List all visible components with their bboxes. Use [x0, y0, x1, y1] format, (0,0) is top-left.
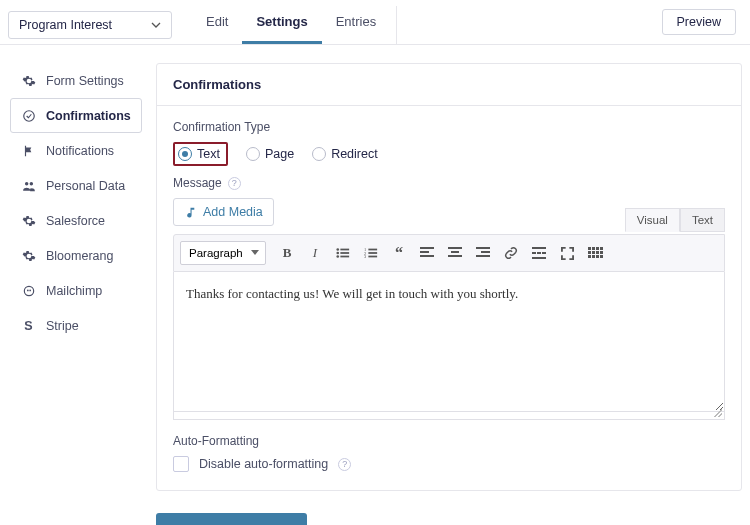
svg-rect-19	[420, 255, 434, 257]
bold-button[interactable]: B	[274, 241, 300, 265]
radio-page-label: Page	[265, 147, 294, 161]
svg-rect-27	[532, 252, 536, 254]
sidebar-item-label: Salesforce	[46, 214, 105, 228]
paragraph-select[interactable]: Paragraph	[180, 241, 266, 265]
sidebar-item-label: Form Settings	[46, 74, 124, 88]
svg-rect-38	[600, 251, 603, 254]
link-button[interactable]	[498, 241, 524, 265]
chevron-down-icon	[151, 20, 161, 30]
svg-rect-22	[448, 255, 462, 257]
svg-point-1	[24, 286, 33, 295]
svg-rect-26	[532, 247, 546, 249]
resize-handle[interactable]	[173, 412, 725, 420]
svg-rect-12	[368, 249, 377, 251]
svg-rect-10	[340, 256, 349, 258]
svg-rect-40	[592, 255, 595, 258]
svg-rect-33	[596, 247, 599, 250]
svg-rect-8	[340, 252, 349, 254]
form-selector[interactable]: Program Interest	[8, 11, 172, 39]
svg-point-7	[336, 252, 339, 255]
blockquote-button[interactable]: “	[386, 241, 412, 265]
mailchimp-icon	[21, 283, 36, 298]
sidebar-item-label: Notifications	[46, 144, 114, 158]
message-editor[interactable]: Thanks for contacting us! We will get in…	[173, 272, 725, 412]
svg-rect-31	[588, 247, 591, 250]
align-right-button[interactable]	[470, 241, 496, 265]
radio-text[interactable]: Text	[178, 147, 220, 161]
svg-rect-35	[588, 251, 591, 254]
svg-rect-32	[592, 247, 595, 250]
gear-icon	[21, 213, 36, 228]
sidebar-item-form-settings[interactable]: Form Settings	[10, 63, 142, 98]
confirmation-type-label: Confirmation Type	[173, 120, 725, 134]
auto-formatting-label: Auto-Formatting	[173, 434, 725, 448]
sidebar-item-salesforce[interactable]: Salesforce	[10, 203, 142, 238]
radio-redirect-label: Redirect	[331, 147, 378, 161]
svg-rect-37	[596, 251, 599, 254]
svg-point-9	[336, 255, 339, 258]
help-icon[interactable]: ?	[228, 177, 241, 190]
check-circle-icon	[21, 108, 36, 123]
tab-edit[interactable]: Edit	[192, 6, 242, 44]
svg-rect-16	[368, 256, 377, 258]
sidebar-item-label: Confirmations	[46, 109, 131, 123]
editor-toolbar: Paragraph B I 123 “	[173, 234, 725, 272]
radio-redirect[interactable]: Redirect	[312, 147, 378, 161]
preview-button[interactable]: Preview	[662, 9, 736, 35]
align-center-button[interactable]	[442, 241, 468, 265]
sidebar-item-notifications[interactable]: Notifications	[10, 133, 142, 168]
message-label: Message	[173, 176, 222, 190]
svg-rect-36	[592, 251, 595, 254]
settings-sidebar: Form Settings Confirmations Notification…	[10, 63, 142, 525]
stripe-icon: S	[21, 318, 36, 333]
svg-rect-14	[368, 252, 377, 254]
svg-rect-41	[596, 255, 599, 258]
music-note-icon	[184, 206, 197, 219]
disable-auto-formatting-checkbox[interactable]	[173, 456, 189, 472]
svg-rect-21	[451, 251, 459, 253]
svg-rect-6	[340, 249, 349, 251]
svg-rect-17	[420, 247, 434, 249]
radio-page[interactable]: Page	[246, 147, 294, 161]
radio-text-highlight: Text	[173, 142, 228, 166]
tab-entries[interactable]: Entries	[322, 6, 390, 44]
disable-auto-formatting-label: Disable auto-formatting	[199, 457, 328, 471]
panel-title: Confirmations	[157, 64, 741, 106]
svg-rect-34	[600, 247, 603, 250]
editor-tab-text[interactable]: Text	[680, 208, 725, 232]
numbered-list-button[interactable]: 123	[358, 241, 384, 265]
help-icon[interactable]: ?	[338, 458, 351, 471]
sidebar-item-personal-data[interactable]: Personal Data	[10, 168, 142, 203]
add-media-button[interactable]: Add Media	[173, 198, 274, 226]
sidebar-item-stripe[interactable]: S Stripe	[10, 308, 142, 343]
svg-rect-29	[542, 252, 546, 254]
flag-icon	[21, 143, 36, 158]
italic-button[interactable]: I	[302, 241, 328, 265]
read-more-button[interactable]	[526, 241, 552, 265]
svg-rect-24	[481, 251, 490, 253]
svg-rect-30	[532, 257, 546, 259]
gear-icon	[21, 248, 36, 263]
align-left-button[interactable]	[414, 241, 440, 265]
add-media-label: Add Media	[203, 205, 263, 219]
bullet-list-button[interactable]	[330, 241, 356, 265]
svg-rect-39	[588, 255, 591, 258]
save-confirmation-button[interactable]: Save Confirmation	[156, 513, 307, 525]
editor-tab-visual[interactable]: Visual	[625, 208, 680, 232]
sidebar-item-label: Mailchimp	[46, 284, 102, 298]
svg-rect-18	[420, 251, 429, 253]
svg-point-5	[336, 248, 339, 251]
sidebar-item-confirmations[interactable]: Confirmations	[10, 98, 142, 133]
svg-rect-28	[537, 252, 541, 254]
sidebar-item-mailchimp[interactable]: Mailchimp	[10, 273, 142, 308]
tab-settings[interactable]: Settings	[242, 6, 321, 44]
svg-rect-20	[448, 247, 462, 249]
sidebar-item-bloomerang[interactable]: Bloomerang	[10, 238, 142, 273]
svg-rect-42	[600, 255, 603, 258]
fullscreen-button[interactable]	[554, 241, 580, 265]
svg-text:3: 3	[364, 254, 367, 259]
svg-rect-23	[476, 247, 490, 249]
svg-rect-25	[476, 255, 490, 257]
toolbar-toggle-button[interactable]	[582, 241, 608, 265]
confirmations-panel: Confirmations Confirmation Type Text Pag…	[156, 63, 742, 491]
